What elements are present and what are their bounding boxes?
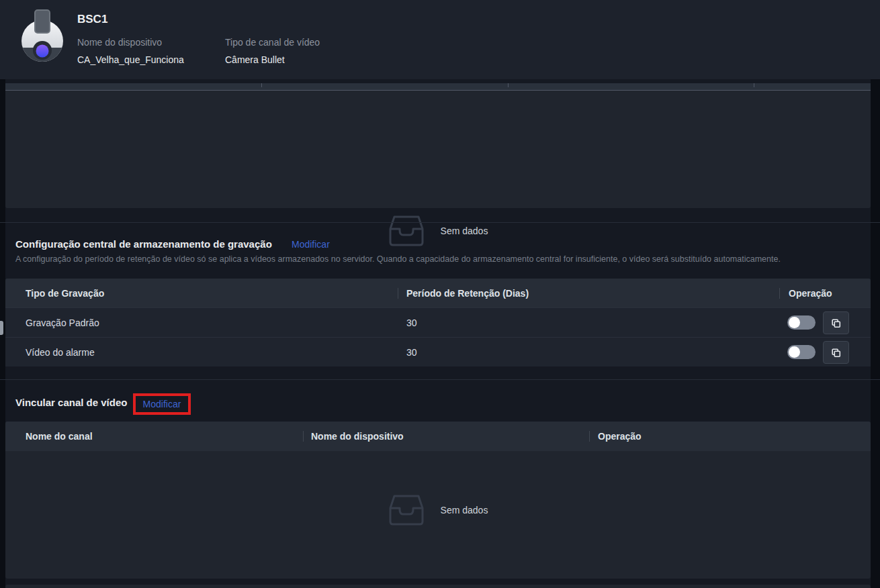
retention-days-cell: 30 (406, 308, 417, 337)
column-header-device-name: Nome do dispositivo (311, 422, 404, 451)
storage-modify-link[interactable]: Modificar (292, 239, 330, 250)
column-divider (261, 83, 262, 87)
column-header-channel-name: Nome do canal (26, 422, 93, 451)
channel-link-table: Nome do canal Nome do dispositivo Operaç… (5, 422, 871, 579)
toggle-knob (789, 346, 800, 358)
retention-table-header: Tipo de Gravação Período de Retenção (Di… (5, 279, 871, 307)
column-divider (398, 288, 398, 299)
retention-days-cell: 30 (406, 338, 417, 366)
column-divider (754, 83, 754, 87)
channel-table-header: Nome do canal Nome do dispositivo Operaç… (5, 422, 871, 451)
empty-state-text: Sem dados (441, 226, 488, 236)
empty-inbox-icon (388, 215, 425, 247)
channel-type-value: Câmera Bullet (225, 54, 285, 65)
device-title: BSC1 (77, 13, 107, 26)
next-card-top-edge (5, 585, 871, 588)
device-header: BSC1 Nome do dispositivo CA_Velha_que_Fu… (0, 0, 880, 79)
dome-camera-icon (21, 8, 64, 63)
copy-icon (830, 317, 842, 329)
storage-section-description: A configuração do período de retenção de… (15, 254, 822, 264)
column-divider (508, 83, 509, 87)
column-header-operation: Operação (789, 279, 832, 307)
column-divider (779, 288, 780, 299)
table-row: Vídeo do alarme 30 (5, 337, 871, 366)
copy-icon (830, 347, 842, 358)
column-header-retention-period: Período de Retenção (Dias) (406, 279, 529, 307)
toggle-knob (789, 317, 800, 328)
storage-section-title: Configuração central de armazenamento de… (15, 238, 272, 250)
device-name-label: Nome do dispositivo (77, 37, 162, 48)
device-name-value: CA_Velha_que_Funciona (77, 54, 184, 65)
link-section-title: Vincular canal de vídeo (15, 397, 127, 408)
section-divider (0, 379, 880, 380)
table-row: Gravação Padrão 30 (5, 307, 871, 337)
column-divider (303, 431, 304, 442)
column-divider (589, 431, 590, 442)
side-panel-handle[interactable] (0, 321, 3, 335)
retention-toggle-off[interactable] (787, 315, 816, 330)
section-divider (0, 222, 880, 223)
annotation-highlight-box: Modificar (133, 393, 191, 415)
copy-button[interactable] (823, 311, 849, 334)
channel-type-label: Tipo de canal de vídeo (225, 37, 320, 48)
retention-table: Tipo de Gravação Período de Retenção (Di… (5, 279, 871, 366)
device-detail-page: BSC1 Nome do dispositivo CA_Velha_que_Fu… (0, 0, 880, 588)
empty-state-text: Sem dados (441, 505, 488, 516)
column-header-operation: Operação (598, 422, 642, 451)
retention-toggle-off[interactable] (787, 345, 816, 359)
link-modify-link[interactable]: Modificar (143, 399, 181, 409)
copy-button[interactable] (823, 341, 849, 364)
empty-inbox-icon (388, 494, 425, 526)
recording-type-cell: Gravação Padrão (26, 308, 99, 337)
top-table-card: Sem dados (5, 83, 871, 208)
cutoff-table-header (5, 83, 871, 91)
empty-state: Sem dados (5, 494, 871, 526)
recording-type-cell: Vídeo do alarme (26, 338, 95, 366)
scrollbar-track-right[interactable] (871, 79, 880, 588)
column-header-recording-type: Tipo de Gravação (26, 279, 104, 307)
